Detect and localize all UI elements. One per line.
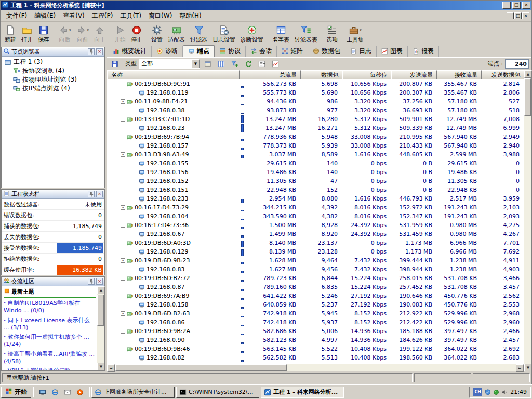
refresh-button[interactable] bbox=[243, 59, 254, 69]
community-topic-link[interactable]: · 自制的RTL8019AS学习板在Windo ... (0/0) bbox=[4, 300, 96, 315]
table-row[interactable]: 192.168.0.157778.373 KB5,93933.008 Kbps2… bbox=[107, 141, 524, 150]
field-chooser-button[interactable] bbox=[256, 59, 268, 69]
vertical-scrollbar[interactable]: ▲ ▼ bbox=[524, 70, 531, 371]
table-row[interactable]: 192.168.0.82562.582 KB5,51310.408 Kbps19… bbox=[107, 353, 524, 362]
toolbar-button-adapter[interactable]: 适配器 bbox=[165, 23, 188, 45]
table-row[interactable]: 192.168.0.15619.486 KB1400 bps0 B19.486 … bbox=[107, 168, 524, 177]
tab-view-log[interactable]: 日志 bbox=[345, 46, 377, 57]
table-row[interactable]: 192.168.0.87789.160 KB6,83515.224 Kbps25… bbox=[107, 283, 524, 291]
toolbar-button-log-gear[interactable]: 日志设置 bbox=[210, 23, 238, 45]
tab-view-diag[interactable]: 诊断 bbox=[152, 46, 183, 57]
table-row[interactable]: -00:13:D3:C7:01:1D13.247 MB16,2805.312 K… bbox=[107, 115, 524, 124]
collapse-toggle[interactable]: - bbox=[121, 329, 125, 334]
taskbar-task[interactable]: 工程 1 - 科来网络分析... bbox=[261, 387, 344, 398]
close-button[interactable]: × bbox=[522, 2, 530, 9]
toolbar-button-options[interactable]: 选项 bbox=[324, 23, 340, 45]
tray-speaker[interactable] bbox=[501, 389, 508, 395]
panel-close-icon[interactable]: × bbox=[96, 48, 103, 55]
pin-icon[interactable] bbox=[88, 191, 95, 197]
collapse-toggle[interactable]: - bbox=[121, 223, 125, 228]
scroll-right-icon[interactable]: ► bbox=[516, 364, 524, 372]
toolbar-button-diag[interactable]: 诊断设置 bbox=[238, 23, 266, 45]
table-row[interactable]: -00:19:DB:69:7A:B9641.422 KB5,24627.192 … bbox=[107, 291, 524, 300]
toolbar-button-stop[interactable]: 停止 bbox=[128, 23, 145, 45]
table-row[interactable]: -00:16:17:D4:73:29344.215 KB4,3928.016 K… bbox=[107, 203, 524, 212]
menu-item[interactable]: 工程(P) bbox=[88, 10, 117, 22]
mdi-minimize-button[interactable]: _ bbox=[507, 12, 514, 19]
menu-item[interactable]: 查看(V) bbox=[59, 10, 88, 22]
table-row[interactable]: 192.168.0.158640.859 KB5,23727.192 Kbps1… bbox=[107, 300, 524, 309]
table-row[interactable]: 192.168.0.15122.948 KB1520 bps0 B22.948 … bbox=[107, 185, 524, 194]
column-header[interactable]: 数据包 bbox=[301, 70, 342, 79]
collapse-toggle[interactable]: - bbox=[121, 276, 125, 281]
panel-close-icon[interactable]: × bbox=[96, 191, 103, 197]
tree-item[interactable]: 按协议浏览 (4) bbox=[2, 66, 104, 75]
toolbar-button-funnel[interactable]: 过滤器 bbox=[188, 23, 210, 45]
scroll-down-icon[interactable]: ▼ bbox=[524, 364, 532, 371]
collapse-toggle[interactable]: - bbox=[121, 135, 125, 139]
community-topic-link[interactable]: · 教你如何用一虚拟主机放多个 ... (1/24) bbox=[4, 334, 96, 349]
scroll-up-icon[interactable]: ▲ bbox=[524, 70, 532, 78]
column-header[interactable]: 接收流量 bbox=[437, 70, 482, 79]
toolbar-button-folder[interactable]: 打开 bbox=[19, 23, 35, 45]
table-row[interactable]: 192.168.0.831.627 MB9,4567.432 Kbps398.9… bbox=[107, 265, 524, 274]
scroll-up-icon[interactable]: ▲ bbox=[97, 286, 105, 294]
table-row[interactable]: 192.168.0.90582.123 KB4,99714.936 Kbps18… bbox=[107, 336, 524, 344]
collapse-toggle[interactable]: - bbox=[121, 82, 125, 86]
mdi-close-button[interactable]: × bbox=[522, 12, 529, 19]
toolbar-button-play[interactable]: 开始 bbox=[112, 23, 128, 45]
table-row[interactable]: 192.168.0.86742.418 KB5,9378.152 Kbps212… bbox=[107, 318, 524, 327]
toolbar-button-floppy[interactable]: 保存 bbox=[35, 23, 52, 45]
tab-view-summary[interactable]: 概要统计 bbox=[108, 46, 152, 57]
table-row[interactable]: 192.168.0.2313.247 MB16,2715.312 Kbps509… bbox=[107, 124, 524, 132]
pin-icon[interactable] bbox=[88, 278, 95, 285]
collapse-toggle[interactable]: - bbox=[121, 294, 125, 298]
menu-item[interactable]: 帮助(H) bbox=[176, 10, 205, 22]
table-row[interactable]: 192.168.0.3893.873 KB9773.320 Kbps36.693… bbox=[107, 106, 524, 115]
collapse-toggle[interactable]: - bbox=[121, 241, 125, 245]
scroll-left-icon[interactable]: ◄ bbox=[107, 364, 115, 372]
quick-launch-ie[interactable] bbox=[49, 387, 61, 398]
start-button[interactable]: 开始 bbox=[1, 387, 31, 398]
toolbar-button-funneltable[interactable]: 过滤器表 bbox=[292, 23, 320, 45]
horizontal-scrollbar[interactable]: ◄ ► bbox=[107, 364, 524, 371]
tray-greenball[interactable] bbox=[493, 389, 499, 395]
toolbar-button-page[interactable]: 新建 bbox=[2, 23, 19, 45]
quick-launch-desktop[interactable] bbox=[37, 387, 48, 398]
toolbar-button-gear[interactable]: 设置 bbox=[149, 23, 165, 45]
minimize-button[interactable]: _ bbox=[502, 2, 511, 9]
table-row[interactable]: -00:19:DB:6D:9B:231.628 MB9,4647.432 Kbp… bbox=[107, 256, 524, 265]
quick-launch-media[interactable] bbox=[74, 387, 86, 398]
tab-view-proto[interactable]: 协议 bbox=[215, 46, 246, 57]
table-row[interactable]: -00:19:DB:6D:9B:46563.145 KB5,52210.408 … bbox=[107, 344, 524, 353]
chart-button[interactable] bbox=[270, 59, 281, 69]
collapse-toggle[interactable]: - bbox=[121, 117, 125, 122]
menu-item[interactable]: 工具(T) bbox=[116, 10, 145, 22]
panel-close-icon[interactable]: × bbox=[96, 278, 103, 285]
table-row[interactable]: -00:19:DB:69:7B:94778.936 KB5,94833.008 … bbox=[107, 132, 524, 141]
column-settings-button[interactable] bbox=[216, 59, 227, 69]
column-header[interactable]: 名称 bbox=[107, 70, 240, 79]
export-save-button[interactable] bbox=[109, 59, 121, 69]
collapse-toggle[interactable]: - bbox=[121, 152, 125, 157]
collapse-toggle[interactable]: - bbox=[121, 205, 125, 210]
collapse-toggle[interactable]: - bbox=[121, 347, 125, 351]
table-row[interactable]: -00:16:17:D4:73:361.500 MB8,92824.392 Kb… bbox=[107, 221, 524, 230]
collapse-toggle[interactable]: - bbox=[121, 311, 125, 316]
mdi-restore-button[interactable]: □ bbox=[514, 12, 522, 19]
collapse-toggle[interactable]: - bbox=[121, 99, 125, 104]
table-row[interactable]: -00:19:DB:6D:9C:91556.273 KB5,69810.656 … bbox=[107, 79, 524, 88]
type-select[interactable]: 全部 ▼ bbox=[139, 59, 200, 69]
tree-item[interactable]: 按IP端点浏览 (4) bbox=[2, 84, 104, 93]
table-row[interactable]: 192.168.0.119555.773 KB5,69010.656 Kbps2… bbox=[107, 88, 524, 97]
table-row[interactable]: -00:19:DB:6D:A0:3D8.140 MB23,1370 bps1.1… bbox=[107, 238, 524, 247]
tree-item[interactable]: 按物理地址浏览 (3) bbox=[2, 75, 104, 84]
table-row[interactable]: -00:19:DB:6D:B2:72789.723 KB6,84415.224 … bbox=[107, 274, 524, 283]
table-row[interactable]: 192.168.0.15211.305 KB470 bps0 B11.305 K… bbox=[107, 177, 524, 185]
taskbar-task[interactable]: C:\WINNT\system32\ping... bbox=[176, 387, 259, 398]
toolbar-button-toolbox[interactable]: ▾工具集 bbox=[344, 23, 366, 45]
quick-launch-mail[interactable] bbox=[62, 387, 73, 398]
pin-icon[interactable] bbox=[88, 48, 95, 55]
tab-view-report[interactable]: 报表 bbox=[408, 46, 439, 57]
toolbar-button-arrow-left[interactable]: ▾向后 bbox=[56, 23, 74, 45]
